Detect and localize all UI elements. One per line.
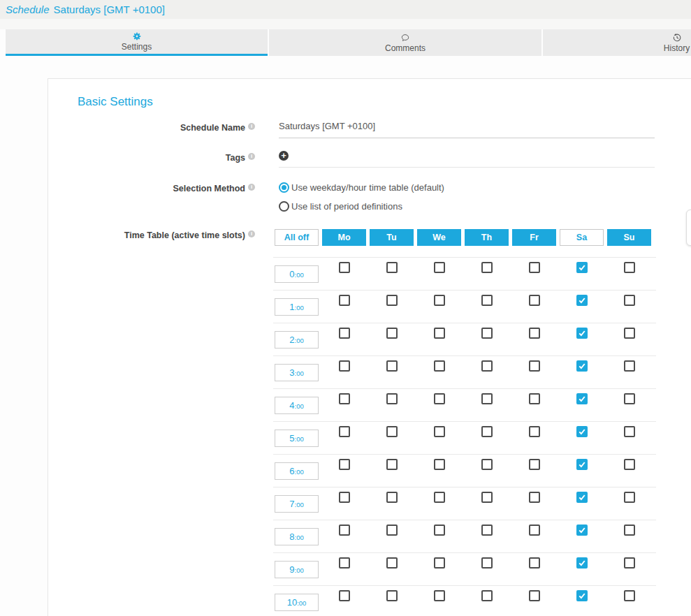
slot-checkbox-su-7[interactable] — [624, 492, 635, 503]
slot-checkbox-tu-4[interactable] — [386, 393, 398, 404]
slot-checkbox-we-10[interactable] — [434, 590, 445, 601]
slot-checkbox-tu-0[interactable] — [386, 262, 398, 273]
slot-checkbox-mo-4[interactable] — [339, 393, 350, 404]
slot-checkbox-su-1[interactable] — [624, 295, 635, 306]
hour-toggle-10[interactable]: 10:00 — [275, 594, 319, 611]
slot-checkbox-fr-9[interactable] — [529, 557, 540, 569]
slot-checkbox-sa-8[interactable] — [576, 525, 588, 536]
slot-checkbox-fr-5[interactable] — [529, 426, 540, 437]
slot-checkbox-sa-0[interactable] — [576, 262, 588, 273]
slot-checkbox-sa-1[interactable] — [576, 295, 588, 306]
slot-checkbox-tu-6[interactable] — [386, 459, 398, 470]
hour-toggle-9[interactable]: 9:00 — [275, 561, 319, 578]
slot-checkbox-th-8[interactable] — [481, 525, 493, 536]
slot-checkbox-su-4[interactable] — [624, 393, 635, 404]
hour-toggle-0[interactable]: 0:00 — [275, 265, 319, 283]
slot-checkbox-tu-1[interactable] — [386, 295, 398, 306]
slot-checkbox-tu-8[interactable] — [386, 525, 398, 536]
slot-checkbox-su-3[interactable] — [624, 360, 635, 372]
day-toggle-su[interactable]: Su — [607, 229, 651, 246]
slot-checkbox-th-2[interactable] — [481, 328, 493, 339]
slot-checkbox-fr-8[interactable] — [529, 525, 540, 536]
day-toggle-sa[interactable]: Sa — [560, 229, 604, 246]
slot-checkbox-we-4[interactable] — [434, 393, 445, 404]
slot-checkbox-su-8[interactable] — [624, 525, 635, 536]
slot-checkbox-sa-4[interactable] — [576, 393, 588, 404]
slot-checkbox-sa-2[interactable] — [576, 328, 588, 339]
info-icon[interactable]: i — [248, 153, 255, 160]
info-icon[interactable]: i — [248, 123, 255, 130]
side-flyout-handle[interactable] — [686, 210, 691, 246]
slot-checkbox-tu-10[interactable] — [386, 590, 398, 601]
slot-checkbox-mo-3[interactable] — [339, 360, 350, 372]
info-icon[interactable]: i — [248, 184, 255, 191]
slot-checkbox-th-1[interactable] — [481, 295, 493, 306]
day-toggle-tu[interactable]: Tu — [370, 229, 414, 246]
slot-checkbox-mo-5[interactable] — [339, 426, 350, 437]
slot-checkbox-fr-1[interactable] — [529, 295, 540, 306]
slot-checkbox-sa-5[interactable] — [576, 426, 588, 437]
slot-checkbox-tu-9[interactable] — [386, 557, 398, 569]
slot-checkbox-th-0[interactable] — [481, 262, 493, 273]
slot-checkbox-tu-5[interactable] — [386, 426, 398, 437]
slot-checkbox-sa-10[interactable] — [576, 590, 588, 601]
slot-checkbox-mo-0[interactable] — [339, 262, 350, 273]
slot-checkbox-su-10[interactable] — [624, 590, 635, 601]
slot-checkbox-mo-6[interactable] — [339, 459, 350, 470]
hour-toggle-4[interactable]: 4:00 — [275, 397, 319, 414]
info-icon[interactable]: i — [248, 230, 255, 237]
slot-checkbox-mo-8[interactable] — [339, 525, 350, 536]
slot-checkbox-we-9[interactable] — [434, 557, 445, 569]
slot-checkbox-th-10[interactable] — [481, 590, 493, 601]
slot-checkbox-we-5[interactable] — [434, 426, 445, 437]
slot-checkbox-mo-7[interactable] — [339, 492, 350, 503]
tab-comments[interactable]: Comments — [269, 29, 541, 56]
slot-checkbox-fr-6[interactable] — [529, 459, 540, 470]
all-off-button[interactable]: All off — [275, 229, 319, 246]
hour-toggle-6[interactable]: 6:00 — [275, 462, 319, 480]
day-toggle-mo[interactable]: Mo — [322, 229, 366, 246]
slot-checkbox-mo-1[interactable] — [339, 295, 350, 306]
slot-checkbox-su-5[interactable] — [624, 426, 635, 437]
slot-checkbox-tu-2[interactable] — [386, 328, 398, 339]
add-tag-button[interactable]: + — [279, 151, 289, 161]
day-toggle-we[interactable]: We — [417, 229, 461, 246]
slot-checkbox-su-6[interactable] — [624, 459, 635, 470]
slot-checkbox-mo-9[interactable] — [339, 557, 350, 569]
slot-checkbox-th-5[interactable] — [481, 426, 493, 437]
hour-toggle-5[interactable]: 5:00 — [275, 430, 319, 447]
day-toggle-th[interactable]: Th — [465, 229, 509, 246]
slot-checkbox-fr-4[interactable] — [529, 393, 540, 404]
slot-checkbox-th-3[interactable] — [481, 360, 493, 372]
slot-checkbox-we-7[interactable] — [434, 492, 445, 503]
slot-checkbox-su-9[interactable] — [624, 557, 635, 569]
tab-history[interactable]: History — [543, 29, 691, 56]
slot-checkbox-we-8[interactable] — [434, 525, 445, 536]
slot-checkbox-fr-10[interactable] — [529, 590, 540, 601]
slot-checkbox-we-6[interactable] — [434, 459, 445, 470]
slot-checkbox-tu-7[interactable] — [386, 492, 398, 503]
slot-checkbox-we-1[interactable] — [434, 295, 445, 306]
slot-checkbox-we-0[interactable] — [434, 262, 445, 273]
slot-checkbox-sa-3[interactable] — [576, 360, 588, 372]
hour-toggle-7[interactable]: 7:00 — [275, 495, 319, 513]
tags-input[interactable]: + — [279, 149, 655, 168]
slot-checkbox-mo-2[interactable] — [339, 328, 350, 339]
slot-checkbox-th-7[interactable] — [481, 492, 493, 503]
slot-checkbox-tu-3[interactable] — [386, 360, 398, 372]
schedule-name-input[interactable]: Saturdays [GMT +0100] — [279, 121, 655, 138]
slot-checkbox-sa-9[interactable] — [576, 557, 588, 569]
slot-checkbox-su-0[interactable] — [624, 262, 635, 273]
slot-checkbox-th-9[interactable] — [481, 557, 493, 569]
radio-option-timetable[interactable]: Use weekday/hour time table (default) — [279, 182, 444, 193]
slot-checkbox-th-6[interactable] — [481, 459, 493, 470]
slot-checkbox-fr-3[interactable] — [529, 360, 540, 372]
slot-checkbox-th-4[interactable] — [481, 393, 493, 404]
hour-toggle-1[interactable]: 1:00 — [275, 298, 319, 316]
day-toggle-fr[interactable]: Fr — [512, 229, 556, 246]
radio-selected-icon[interactable] — [279, 182, 289, 193]
hour-toggle-2[interactable]: 2:00 — [275, 331, 319, 349]
tab-settings[interactable]: Settings — [6, 29, 268, 56]
slot-checkbox-fr-2[interactable] — [529, 328, 540, 339]
hour-toggle-3[interactable]: 3:00 — [275, 364, 319, 381]
